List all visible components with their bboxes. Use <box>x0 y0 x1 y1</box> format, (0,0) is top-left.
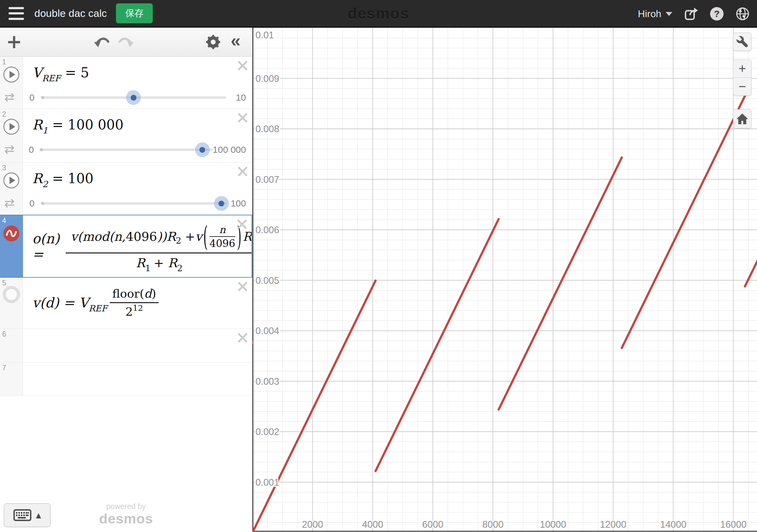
svg-text:12000: 12000 <box>600 519 626 530</box>
powered-by-desmos: powered by desmos <box>99 502 153 527</box>
expression-row-6[interactable]: 6 <box>0 329 252 363</box>
expression-panel: + <box>0 28 253 532</box>
zoom-out-button[interactable]: − <box>733 78 751 95</box>
row-index: 4 <box>2 217 6 225</box>
slider-track[interactable] <box>41 96 226 99</box>
expression-content[interactable]: VREF = 5 0 10 <box>23 57 252 109</box>
expression-content[interactable] <box>23 329 252 362</box>
slider-min-label[interactable]: 0 <box>23 198 41 209</box>
svg-text:0.009: 0.009 <box>256 73 280 84</box>
delete-expression-icon[interactable] <box>237 166 248 178</box>
graph-canvas[interactable]: 2000400060008000100001200014000160000.00… <box>253 28 757 532</box>
svg-text:0.01: 0.01 <box>256 30 274 41</box>
slider: 0 100 <box>23 196 252 211</box>
hamburger-menu-icon[interactable] <box>9 7 24 20</box>
redo-icon[interactable] <box>117 36 134 51</box>
expression-row-2[interactable]: 2 ⇄ R1 = 100 000 0 100 000 <box>0 109 252 163</box>
expression-content[interactable]: R2 = 100 0 100 <box>23 163 252 214</box>
gear-icon[interactable] <box>206 35 220 50</box>
slider-handle[interactable] <box>126 90 141 105</box>
expression-latex: VREF = 5 <box>32 65 89 80</box>
delete-expression-icon[interactable] <box>237 281 248 293</box>
delete-expression-icon[interactable] <box>237 332 248 344</box>
svg-text:16000: 16000 <box>720 519 746 530</box>
wrench-icon <box>736 36 748 48</box>
row-gutter: 3 ⇄ <box>0 163 23 214</box>
delete-expression-icon[interactable] <box>237 112 248 124</box>
share-icon[interactable] <box>684 7 698 21</box>
slider-max-label[interactable]: 10 <box>226 92 252 103</box>
row-gutter: 1 ⇄ <box>0 57 23 109</box>
expression-row-5[interactable]: 5 v(d) = VREF floor(d) 212 <box>0 278 252 329</box>
zoom-in-button[interactable]: + <box>733 60 751 78</box>
default-view-button[interactable] <box>733 109 751 128</box>
slider-handle[interactable] <box>214 196 229 211</box>
svg-text:0.008: 0.008 <box>256 124 280 134</box>
collapse-panel-icon[interactable]: « <box>231 30 240 50</box>
function-lhs: o(n) = <box>32 231 59 262</box>
svg-text:4000: 4000 <box>362 519 383 530</box>
slider-loop-icon[interactable]: ⇄ <box>4 90 15 104</box>
add-expression-button[interactable]: + <box>6 34 22 49</box>
slider-min-label[interactable]: 0 <box>23 144 40 155</box>
svg-text:0.003: 0.003 <box>256 376 280 387</box>
curve-style-icon[interactable] <box>3 225 20 243</box>
slider-origin-dot <box>41 202 44 205</box>
svg-text:0.005: 0.005 <box>256 275 280 286</box>
play-slider-icon[interactable] <box>3 67 19 82</box>
account-menu[interactable]: Hiroh <box>638 8 672 20</box>
desmos-logo: desmos <box>348 5 409 22</box>
undo-icon[interactable] <box>94 36 111 51</box>
row-gutter: 5 <box>0 278 23 329</box>
expression-row-1[interactable]: 1 ⇄ VREF = 5 0 10 <box>0 57 252 109</box>
main-fraction: v(mod(n,4096))R2+ v(n4096)R1 R1+ R2 <box>66 222 252 270</box>
svg-text:6000: 6000 <box>422 519 443 530</box>
floor-fraction: floor(d) 212 <box>110 287 159 319</box>
graph-title[interactable]: double dac calc <box>34 7 107 19</box>
row-index: 3 <box>2 164 6 172</box>
slider: 0 100 000 <box>23 142 252 157</box>
home-icon <box>736 113 748 125</box>
svg-text:0.002: 0.002 <box>256 426 280 437</box>
globe-icon[interactable] <box>736 7 750 21</box>
row-index: 5 <box>2 279 6 287</box>
expression-content[interactable] <box>23 363 252 395</box>
keyboard-toggle-button[interactable]: ▲ <box>4 503 51 527</box>
expression-row-4-selected[interactable]: 4 o(n) = v(mod(n,4096))R2+ v(n4096)R1 R1… <box>0 215 252 278</box>
expression-row-7[interactable]: 7 <box>0 363 252 396</box>
slider-track[interactable] <box>41 202 226 204</box>
expression-toolbar: + <box>0 28 252 57</box>
play-slider-icon[interactable] <box>3 119 19 135</box>
expression-content[interactable]: o(n) = v(mod(n,4096))R2+ v(n4096)R1 R1+ … <box>23 215 252 277</box>
expression-content[interactable]: R1 = 100 000 0 100 000 <box>23 109 252 162</box>
expression-row-3[interactable]: 3 ⇄ R2 = 100 0 100 <box>0 163 252 215</box>
slider-track[interactable] <box>40 148 213 151</box>
top-bar: double dac calc 保存 desmos Hiroh ? <box>0 0 757 28</box>
help-icon[interactable]: ? <box>710 7 724 21</box>
header-right: Hiroh ? <box>638 0 750 28</box>
play-slider-icon[interactable] <box>3 172 19 188</box>
expression-content[interactable]: v(d) = VREF floor(d) 212 <box>23 278 252 329</box>
graph-paper: 2000400060008000100001200014000160000.00… <box>253 28 757 532</box>
delete-expression-icon[interactable] <box>237 60 248 72</box>
row-gutter: 4 <box>0 215 23 277</box>
slider-max-label[interactable]: 100 000 <box>213 144 252 155</box>
slider-origin-dot <box>40 148 43 151</box>
expression-latex: R1 = 100 000 <box>32 117 124 133</box>
account-name: Hiroh <box>638 8 661 20</box>
slider-handle[interactable] <box>195 142 210 157</box>
delete-expression-icon[interactable] <box>237 219 247 231</box>
save-button[interactable]: 保存 <box>116 3 153 23</box>
svg-text:0.007: 0.007 <box>256 174 280 185</box>
slider: 0 10 <box>23 90 252 105</box>
hide-graph-toggle[interactable] <box>3 286 20 303</box>
row-gutter: 7 <box>0 363 23 395</box>
graph-settings-button[interactable] <box>733 33 751 51</box>
row-gutter: 6 <box>0 329 23 362</box>
svg-text:0.006: 0.006 <box>256 225 280 235</box>
svg-text:14000: 14000 <box>660 519 686 530</box>
slider-max-label[interactable]: 100 <box>226 198 252 209</box>
slider-min-label[interactable]: 0 <box>23 92 41 103</box>
slider-loop-icon[interactable]: ⇄ <box>4 142 15 156</box>
slider-loop-icon[interactable]: ⇄ <box>4 196 15 210</box>
